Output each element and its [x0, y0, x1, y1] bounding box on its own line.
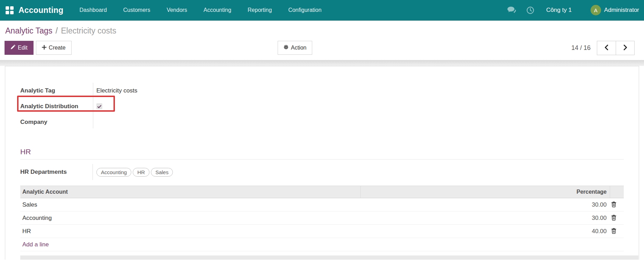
breadcrumb: Analytic Tags / Electricity costs — [0, 21, 644, 36]
tag-accounting[interactable]: Accounting — [96, 168, 131, 177]
pager-previous-button[interactable] — [597, 41, 616, 55]
column-header-percentage[interactable]: Percentage — [360, 186, 610, 198]
hr-departments-label: HR Departments — [20, 169, 93, 176]
chevron-right-icon — [623, 45, 627, 51]
main-field-group: Analytic Tag Electricity costs Analytic … — [20, 83, 237, 130]
account-cell[interactable]: Sales — [20, 201, 360, 208]
hr-departments-tags: Accounting HR Sales — [93, 168, 173, 177]
breadcrumb-separator: / — [56, 26, 58, 36]
hr-departments-row: HR Departments Accounting HR Sales — [20, 164, 237, 180]
trash-icon — [611, 228, 616, 235]
analytic-distribution-row: Analytic Distribution — [20, 98, 237, 114]
activities-clock-icon[interactable] — [526, 6, 534, 14]
action-button-label: Action — [291, 45, 306, 51]
add-a-line-link[interactable]: Add a line — [20, 241, 49, 248]
delete-row-button[interactable] — [611, 201, 616, 208]
menu-reporting[interactable]: Reporting — [248, 7, 272, 13]
tag-hr[interactable]: HR — [133, 168, 149, 177]
table-header: Analytic Account Percentage — [20, 186, 624, 198]
app-title[interactable]: Accounting — [19, 6, 64, 15]
breadcrumb-parent-link[interactable]: Analytic Tags — [5, 26, 52, 36]
analytic-distribution-checkbox[interactable] — [96, 103, 102, 109]
menu-accounting[interactable]: Accounting — [204, 7, 231, 13]
navbar-right: Công ty 1 A Administrator — [507, 5, 639, 15]
bottom-scroll-strip — [20, 255, 638, 260]
table-row[interactable]: HR 40.00 — [20, 225, 624, 238]
company-label: Company — [20, 119, 93, 126]
section-title-hr: HR — [20, 148, 624, 159]
checkmark-icon — [97, 103, 101, 110]
add-line-row: Add a line — [20, 238, 624, 251]
pager-count: 14 / 16 — [571, 44, 591, 52]
delete-row-button[interactable] — [611, 228, 616, 235]
tag-sales[interactable]: Sales — [151, 168, 173, 177]
plus-icon — [42, 45, 46, 51]
analytic-distribution-label: Analytic Distribution — [20, 103, 93, 110]
main-menu: Dashboard Customers Vendors Accounting R… — [80, 7, 322, 13]
pager-next-button[interactable] — [616, 41, 634, 55]
menu-configuration[interactable]: Configuration — [288, 7, 321, 13]
action-button[interactable]: Action — [278, 41, 312, 55]
pager: 14 / 16 — [571, 41, 635, 55]
messages-icon[interactable] — [507, 6, 517, 14]
menu-dashboard[interactable]: Dashboard — [80, 7, 107, 13]
analytic-tag-value: Electricity costs — [93, 87, 137, 94]
form-sheet: Analytic Tag Electricity costs Analytic … — [5, 66, 639, 260]
menu-vendors[interactable]: Vendors — [167, 7, 187, 13]
account-cell[interactable]: Accounting — [20, 215, 360, 222]
gear-icon — [284, 45, 288, 51]
percentage-cell[interactable]: 30.00 — [360, 215, 610, 222]
trash-icon — [611, 201, 616, 208]
analytic-tag-label: Analytic Tag — [20, 87, 93, 94]
column-header-analytic-account[interactable]: Analytic Account — [20, 186, 360, 198]
edit-button[interactable]: Edit — [5, 41, 34, 55]
percentage-cell[interactable]: 40.00 — [360, 228, 610, 235]
company-row: Company — [20, 114, 237, 130]
analytic-tag-row: Analytic Tag Electricity costs — [20, 83, 237, 98]
analytic-account-table: Analytic Account Percentage Sales 30.00 — [20, 186, 624, 251]
avatar[interactable]: A — [591, 5, 601, 15]
top-navbar: Accounting Dashboard Customers Vendors A… — [0, 0, 644, 21]
trash-icon — [611, 215, 616, 222]
edit-button-label: Edit — [18, 45, 28, 51]
create-button-label: Create — [49, 45, 66, 51]
pencil-icon — [10, 45, 15, 51]
table-row[interactable]: Sales 30.00 — [20, 198, 624, 211]
chevron-left-icon — [605, 45, 608, 51]
create-button[interactable]: Create — [36, 41, 72, 55]
delete-row-button[interactable] — [611, 215, 616, 222]
control-panel: Edit Create — [0, 41, 644, 55]
account-cell[interactable]: HR — [20, 228, 360, 235]
apps-menu-icon[interactable] — [6, 6, 14, 14]
company-switcher[interactable]: Công ty 1 — [546, 7, 572, 14]
user-menu[interactable]: Administrator — [604, 7, 639, 14]
breadcrumb-current: Electricity costs — [61, 26, 116, 36]
panel-shadow-divider — [0, 60, 644, 66]
app-window: Accounting Dashboard Customers Vendors A… — [0, 0, 644, 260]
percentage-cell[interactable]: 30.00 — [360, 201, 610, 208]
column-header-actions — [610, 186, 624, 198]
table-row[interactable]: Accounting 30.00 — [20, 211, 624, 225]
menu-customers[interactable]: Customers — [123, 7, 150, 13]
